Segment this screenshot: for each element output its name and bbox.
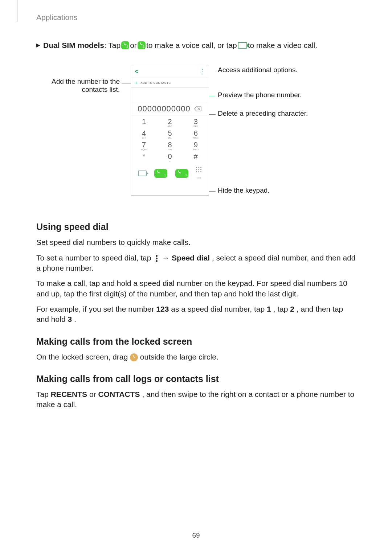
recents-label: RECENTS	[51, 390, 87, 398]
text: or	[130, 40, 137, 50]
text: outside the large circle.	[140, 353, 219, 361]
text: →	[162, 254, 172, 262]
sim1-call-button[interactable]	[154, 169, 167, 178]
keypad-key-8[interactable]: 8TUV	[157, 140, 183, 152]
keypad-key-6[interactable]: 6MNO	[183, 128, 209, 140]
text: .	[74, 315, 76, 323]
num-2: 2	[290, 305, 294, 313]
text: To set a number to speed dial, tap	[36, 254, 153, 262]
contacts-label: CONTACTS	[98, 390, 140, 398]
callout-preview: Preview the phone number.	[218, 91, 302, 99]
heading-locked-screen: Making calls from the locked screen	[36, 336, 356, 347]
para: To set a number to speed dial, tap → Spe…	[36, 253, 356, 274]
keypad-row: 4GHI5JKL6MNO	[131, 128, 209, 140]
callout-hide-keypad: Hide the keypad.	[218, 186, 270, 194]
phone-drag-icon	[130, 353, 138, 361]
callout-add-contacts: Add the number to the contacts list.	[33, 78, 120, 94]
dual-sim-label: Dual SIM models	[43, 40, 104, 50]
keypad: 12ABC3DEF4GHI5JKL6MNO7PQRS8TUV9WXYZ*0+#	[131, 115, 209, 165]
key-letters: PQRS	[131, 148, 157, 151]
key-letters: ABC	[157, 125, 183, 127]
keypad-key-1[interactable]: 1	[131, 117, 157, 128]
key-letters: WXYZ	[183, 148, 209, 151]
text: For example, if you set the number	[36, 305, 156, 313]
text: as a speed dial number, tap	[171, 305, 267, 313]
callout-access-options: Access additional options.	[218, 66, 298, 74]
sim2-call-button[interactable]	[175, 169, 188, 178]
keypad-row: 12ABC3DEF	[131, 117, 209, 128]
num-1: 1	[267, 305, 271, 313]
add-to-contacts-label: ADD TO CONTACTS	[140, 81, 171, 85]
key-number: #	[183, 153, 209, 160]
preview-strip	[131, 88, 209, 102]
key-letters: TUV	[157, 148, 183, 151]
keypad-key-#[interactable]: #	[183, 152, 209, 163]
key-number: 0	[157, 153, 183, 160]
key-number: 7	[131, 141, 157, 148]
num-3: 3	[68, 315, 72, 323]
text: to make a voice call, or tap	[146, 40, 237, 50]
key-letters: +	[157, 160, 183, 162]
dialed-number: 00000000000	[138, 104, 191, 114]
keypad-row: *0+#	[131, 152, 209, 163]
keypad-key-9[interactable]: 9WXYZ	[183, 140, 209, 152]
text: to make a video call.	[248, 40, 317, 50]
content-area: ▶ Dual SIM models : Tap or to make a voi…	[36, 40, 356, 415]
key-letters: MNO	[183, 137, 209, 139]
page-number: 69	[0, 532, 392, 539]
key-number: 4	[131, 130, 157, 137]
back-icon[interactable]: <	[135, 68, 139, 75]
callout-delete: Delete a preceding character.	[218, 110, 308, 118]
text: , tap	[273, 305, 290, 313]
bottom-action-row: Hide	[131, 165, 209, 183]
para: Set speed dial numbers to quickly make c…	[36, 237, 356, 247]
bullet-triangle-icon: ▶	[36, 42, 40, 49]
keypad-key-2[interactable]: 2ABC	[157, 117, 183, 128]
plus-icon: +	[135, 80, 138, 86]
para: On the locked screen, drag outside the l…	[36, 352, 356, 362]
keypad-key-4[interactable]: 4GHI	[131, 128, 157, 140]
more-options-vertical-icon	[154, 254, 159, 263]
phone-mockup: < ⋮ + ADD TO CONTACTS 00000000000 12ABC3…	[131, 65, 209, 196]
keypad-row: 7PQRS8TUV9WXYZ	[131, 140, 209, 152]
key-letters: GHI	[131, 137, 157, 139]
sim1-call-icon	[121, 41, 129, 49]
backspace-icon[interactable]	[194, 106, 202, 111]
key-letters: JKL	[157, 137, 183, 139]
key-number: 8	[157, 141, 183, 148]
hide-keypad-button[interactable]: Hide	[196, 167, 202, 180]
num-123: 123	[156, 305, 169, 313]
sim2-call-icon	[138, 41, 146, 49]
key-number: 1	[131, 118, 157, 125]
heading-speed-dial: Using speed dial	[36, 222, 356, 232]
text: : Tap	[104, 40, 121, 50]
text: or	[89, 390, 98, 398]
page-header: Applications	[36, 13, 77, 22]
phone-top-bar: < ⋮	[131, 65, 209, 78]
keypad-key-3[interactable]: 3DEF	[183, 117, 209, 128]
hide-label: Hide	[197, 177, 201, 179]
key-number: 5	[157, 130, 183, 137]
heading-call-logs: Making calls from call logs or contacts …	[36, 374, 356, 384]
key-number: 9	[183, 141, 209, 148]
key-number: 2	[157, 118, 183, 125]
side-rule	[17, 0, 17, 22]
dual-sim-line: ▶ Dual SIM models : Tap or to make a voi…	[36, 40, 356, 50]
keypad-key-5[interactable]: 5JKL	[157, 128, 183, 140]
video-call-icon	[238, 42, 247, 49]
key-letters: DEF	[183, 125, 209, 127]
para: Tap RECENTS or CONTACTS , and then swipe…	[36, 389, 356, 410]
more-options-icon[interactable]: ⋮	[199, 70, 205, 73]
para: For example, if you set the number 123 a…	[36, 304, 356, 325]
text: Tap	[36, 390, 51, 398]
video-call-button-icon[interactable]	[138, 171, 147, 176]
keypad-key-0[interactable]: 0+	[157, 152, 183, 163]
keypad-key-7[interactable]: 7PQRS	[131, 140, 157, 152]
key-number: 6	[183, 130, 209, 137]
para: To make a call, tap and hold a speed dia…	[36, 278, 356, 299]
dialer-diagram: Add the number to the contacts list. Acc…	[36, 65, 356, 210]
text: On the locked screen, drag	[36, 353, 130, 361]
number-display-row: 00000000000	[131, 102, 209, 115]
add-to-contacts-row[interactable]: + ADD TO CONTACTS	[131, 78, 209, 88]
keypad-key-*[interactable]: *	[131, 152, 157, 163]
